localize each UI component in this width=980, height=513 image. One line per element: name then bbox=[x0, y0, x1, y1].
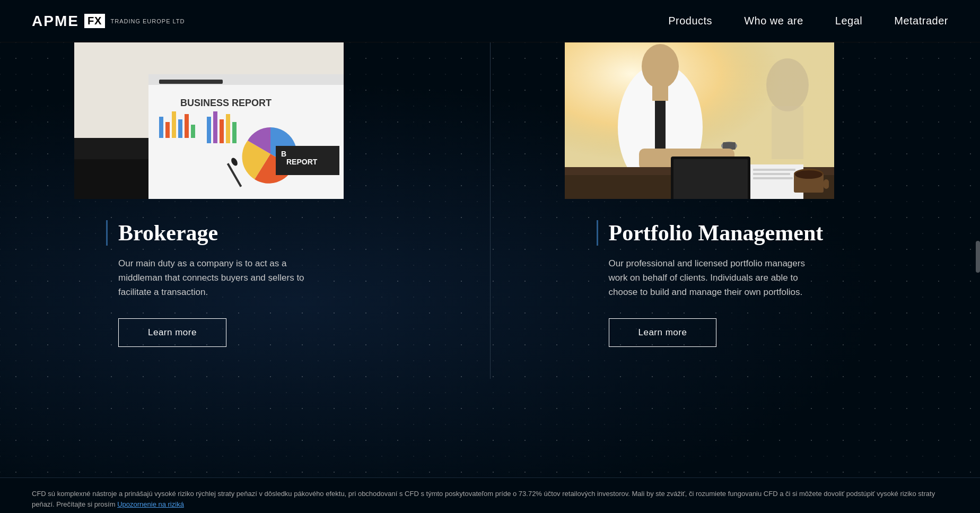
svg-rect-15 bbox=[220, 119, 224, 143]
brokerage-image: BUSINESS REPORT bbox=[74, 42, 344, 199]
svg-rect-17 bbox=[232, 122, 237, 143]
svg-rect-45 bbox=[824, 179, 829, 189]
brokerage-title: Brokerage bbox=[106, 220, 437, 246]
portfolio-title: Portfolio Management bbox=[597, 220, 928, 246]
svg-rect-5 bbox=[159, 80, 223, 84]
portfolio-card: Portfolio Management Our professional an… bbox=[491, 42, 981, 379]
logo-apme: APME bbox=[32, 13, 79, 30]
brokerage-card: BUSINESS REPORT bbox=[0, 42, 491, 379]
svg-rect-42 bbox=[753, 177, 793, 179]
portfolio-description: Our professional and licensed portfolio … bbox=[597, 256, 819, 300]
disclaimer-text: CFD sú komplexné nástroje a prinášajú vy… bbox=[32, 489, 948, 509]
portfolio-learn-more-button[interactable]: Learn more bbox=[609, 318, 717, 347]
svg-point-46 bbox=[795, 170, 822, 179]
svg-rect-12 bbox=[191, 125, 195, 138]
brokerage-description: Our main duty as a company is to act as … bbox=[106, 256, 329, 300]
disclaimer-link[interactable]: Upozornenie na riziká bbox=[117, 500, 184, 508]
main-content: BUSINESS REPORT bbox=[0, 42, 980, 477]
svg-point-47 bbox=[766, 58, 809, 111]
nav-metatrader[interactable]: Metatrader bbox=[894, 15, 948, 27]
svg-text:B: B bbox=[281, 150, 286, 158]
main-nav: Products Who we are Legal Metatrader bbox=[668, 15, 948, 27]
svg-rect-13 bbox=[207, 117, 211, 143]
nav-who-we-are[interactable]: Who we are bbox=[744, 15, 803, 27]
svg-rect-8 bbox=[165, 122, 170, 138]
svg-point-31 bbox=[642, 44, 679, 89]
svg-rect-2 bbox=[74, 159, 154, 199]
portfolio-image bbox=[565, 42, 834, 199]
svg-text:REPORT: REPORT bbox=[286, 158, 318, 166]
cards-container: BUSINESS REPORT bbox=[0, 42, 980, 379]
svg-rect-3 bbox=[148, 74, 344, 199]
logo-fx: FX bbox=[84, 14, 106, 28]
svg-rect-41 bbox=[753, 173, 790, 175]
footer-disclaimer: CFD sú komplexné nástroje a prinášajú vy… bbox=[0, 477, 980, 513]
nav-legal[interactable]: Legal bbox=[835, 15, 862, 27]
svg-rect-38 bbox=[673, 159, 748, 199]
svg-rect-7 bbox=[159, 117, 163, 138]
logo: APME FX TRADING EUROPE LTD bbox=[32, 13, 185, 30]
svg-rect-48 bbox=[772, 106, 803, 159]
svg-text:BUSINESS REPORT: BUSINESS REPORT bbox=[180, 98, 272, 108]
svg-rect-10 bbox=[178, 119, 182, 138]
svg-rect-11 bbox=[185, 114, 189, 138]
brokerage-learn-more-button[interactable]: Learn more bbox=[118, 318, 226, 347]
svg-rect-40 bbox=[753, 169, 795, 171]
svg-rect-14 bbox=[213, 111, 217, 143]
nav-products[interactable]: Products bbox=[668, 15, 712, 27]
logo-subtitle: TRADING EUROPE LTD bbox=[110, 18, 185, 24]
svg-rect-33 bbox=[723, 142, 736, 150]
svg-rect-16 bbox=[226, 114, 230, 143]
svg-rect-9 bbox=[172, 111, 176, 138]
site-header: APME FX TRADING EUROPE LTD Products Who … bbox=[0, 0, 980, 42]
